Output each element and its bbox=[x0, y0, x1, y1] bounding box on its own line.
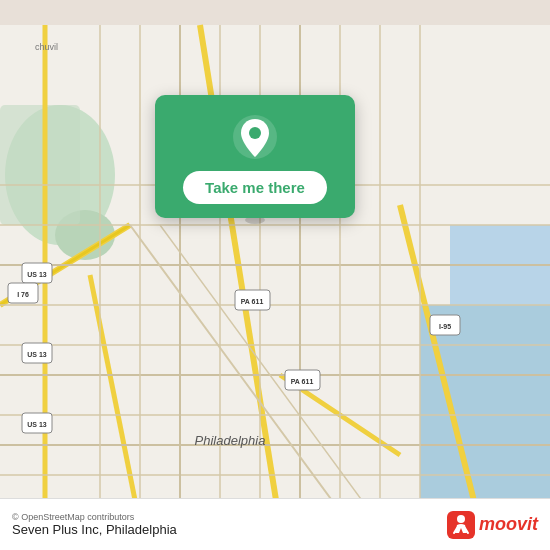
location-pin-icon bbox=[231, 113, 279, 161]
bottom-info: © OpenStreetMap contributors Seven Plus … bbox=[12, 512, 177, 537]
svg-point-54 bbox=[457, 515, 465, 523]
svg-text:US 13: US 13 bbox=[27, 271, 47, 278]
svg-text:Philadelphia: Philadelphia bbox=[195, 433, 266, 448]
moovit-logo: moovit bbox=[447, 511, 538, 539]
location-label: Seven Plus Inc, Philadelphia bbox=[12, 522, 177, 537]
svg-point-52 bbox=[249, 127, 261, 139]
take-me-there-button[interactable]: Take me there bbox=[183, 171, 327, 204]
svg-rect-3 bbox=[0, 105, 80, 225]
svg-text:PA 611: PA 611 bbox=[241, 298, 264, 305]
svg-text:I 76: I 76 bbox=[17, 291, 29, 298]
copyright-text: © OpenStreetMap contributors bbox=[12, 512, 177, 522]
svg-text:US 13: US 13 bbox=[27, 421, 47, 428]
moovit-brand-icon bbox=[447, 511, 475, 539]
popup-card: Take me there bbox=[155, 95, 355, 218]
svg-text:chuvil: chuvil bbox=[35, 42, 58, 52]
map-background: US 13 US 13 US 13 I 76 PA 611 PA 611 I-9… bbox=[0, 0, 550, 550]
svg-text:I-95: I-95 bbox=[439, 323, 451, 330]
map-container: US 13 US 13 US 13 I 76 PA 611 PA 611 I-9… bbox=[0, 0, 550, 550]
svg-text:US 13: US 13 bbox=[27, 351, 47, 358]
moovit-brand-text: moovit bbox=[479, 514, 538, 535]
bottom-bar: © OpenStreetMap contributors Seven Plus … bbox=[0, 498, 550, 550]
svg-text:PA 611: PA 611 bbox=[291, 378, 314, 385]
